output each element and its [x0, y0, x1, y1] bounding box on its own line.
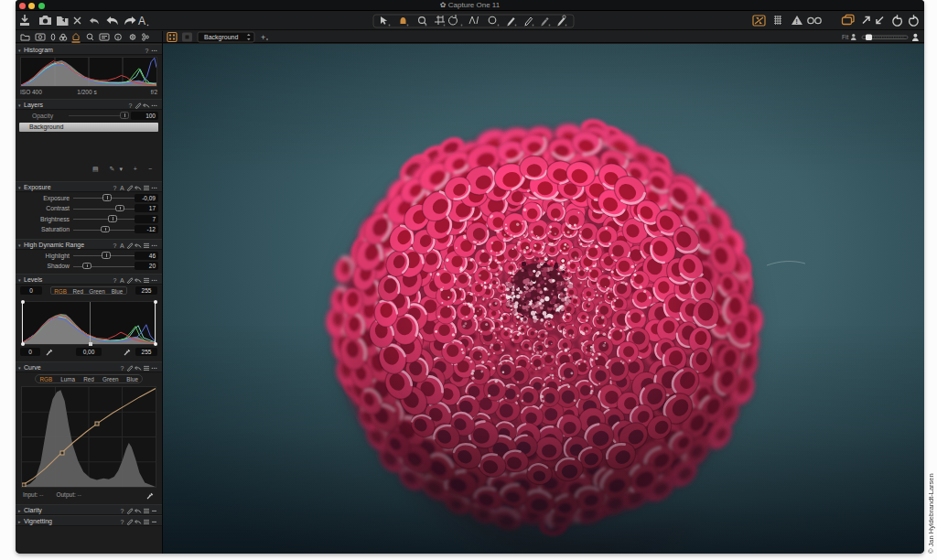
- svg-text:A: A: [138, 15, 145, 27]
- svg-text:Fit: Fit: [842, 34, 848, 40]
- svg-text:?: ?: [129, 102, 134, 109]
- svg-text:?: ?: [121, 365, 125, 372]
- svg-text:!: !: [796, 18, 798, 25]
- svg-text:?: ?: [113, 242, 118, 249]
- svg-text:A: A: [120, 277, 125, 284]
- svg-text:A: A: [120, 242, 125, 249]
- svg-text:?: ?: [121, 519, 125, 525]
- svg-text:?: ?: [121, 508, 125, 514]
- svg-text:?: ?: [113, 185, 118, 191]
- svg-text:+: +: [261, 33, 265, 42]
- svg-text:?: ?: [113, 277, 118, 284]
- svg-text:?: ?: [145, 48, 150, 54]
- svg-text:A: A: [120, 185, 125, 191]
- svg-text:Background: Background: [204, 34, 238, 41]
